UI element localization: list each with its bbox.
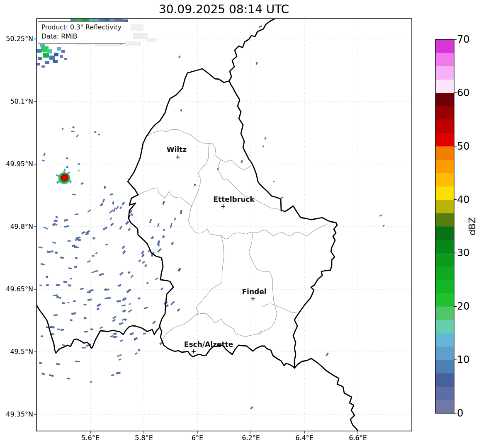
clutter-echo (98, 134, 100, 135)
colorbar-cell (435, 253, 454, 266)
clutter-echo (90, 381, 92, 383)
clutter-echo (43, 153, 46, 156)
clutter-echo (174, 217, 177, 220)
clutter-echo (162, 235, 165, 238)
clutter-echo (68, 284, 71, 286)
clutter-echo (100, 203, 103, 206)
colorbar-cell (435, 80, 454, 93)
clutter-echo (117, 354, 122, 357)
canton-border (249, 232, 272, 286)
colorbar-cell (435, 320, 454, 334)
colorbar-cell (435, 93, 454, 107)
clutter-echo (71, 312, 76, 315)
clutter-echo (194, 184, 196, 186)
colorbar-tick-label: 70 (457, 34, 470, 45)
clutter-echo (152, 321, 156, 324)
clutter-echo (61, 329, 64, 331)
clutter-echo (107, 297, 111, 299)
clutter-echo (119, 206, 122, 209)
clutter-echo (177, 268, 181, 272)
colorbar-cell (435, 66, 454, 80)
echo-cell (61, 50, 65, 53)
colorbar-cell (435, 146, 454, 160)
colorbar-cell (435, 160, 454, 173)
clutter-echo (78, 163, 80, 165)
x-tick-label: 6°E (192, 434, 203, 442)
clutter-echo (60, 257, 64, 259)
city-marker-cross (176, 155, 180, 159)
echo-cell (53, 60, 58, 63)
echo-cell (41, 65, 45, 68)
city-label: Findel (242, 288, 266, 296)
colorbar-tick-label: 40 (457, 194, 470, 206)
echo-cell (133, 33, 148, 39)
clutter-echo (70, 278, 73, 280)
colorbar-cell (435, 173, 454, 186)
clutter-echo (170, 223, 173, 228)
clutter-echo (104, 186, 106, 189)
clutter-echo (102, 199, 105, 202)
clutter-echo (170, 301, 175, 305)
clutter-echo (72, 194, 76, 195)
clutter-echo (94, 270, 98, 272)
clutter-echo (56, 296, 61, 299)
clutter-echo (138, 349, 141, 351)
clutter-echo (88, 298, 92, 301)
echo-cell (57, 47, 61, 51)
clutter-echo (128, 271, 131, 274)
echo-cell (47, 49, 52, 53)
clutter-echo (92, 254, 95, 257)
clutter-echo (120, 339, 123, 342)
clutter-echo (67, 240, 71, 242)
clutter-echo (78, 170, 80, 172)
echo-cell (75, 17, 82, 21)
clutter-echo (171, 242, 174, 245)
colorbar-cell (435, 226, 454, 240)
y-tick-label: 49.5°N (0, 348, 33, 356)
clutter-echo (116, 371, 121, 374)
clutter-echo (109, 209, 114, 213)
colorbar-cell (435, 346, 454, 360)
clutter-echo (109, 217, 112, 220)
echo-cell (38, 57, 42, 60)
clutter-echo (78, 239, 81, 241)
y-tick-label: 50.1°N (0, 97, 33, 106)
clutter-echo (52, 242, 56, 244)
echo-cell (70, 18, 75, 21)
echo-cell (89, 17, 94, 21)
colorbar-tick-label: 10 (457, 354, 470, 366)
clutter-echo (55, 216, 58, 219)
clutter-echo (67, 378, 70, 379)
data-source-line: Data: RMIB (41, 32, 122, 41)
clutter-echo (178, 56, 180, 58)
clutter-echo (76, 134, 79, 138)
clutter-echo (80, 288, 84, 291)
clutter-echo (135, 352, 138, 355)
clutter-echo (125, 221, 129, 225)
clutter-echo (74, 266, 77, 268)
canton-border (163, 235, 224, 345)
clutter-echo (57, 329, 60, 330)
clutter-echo (39, 284, 42, 286)
clutter-echo (119, 271, 124, 276)
x-tick-label: 6.6°E (349, 434, 367, 442)
clutter-echo (105, 244, 108, 246)
clutter-echo (149, 219, 152, 223)
clutter-echo (47, 250, 51, 253)
clutter-echo (90, 329, 93, 330)
clutter-echo (81, 231, 85, 235)
echo-cell (36, 49, 41, 53)
clutter-echo (68, 302, 70, 303)
clutter-echo (151, 236, 154, 240)
clutter-echo (112, 201, 114, 205)
colorbar-tick-label: 30 (457, 247, 470, 259)
radar-figure: 30.09.2025 08:14 UTC Product: 0.3° Refle… (0, 0, 491, 448)
clutter-echo (64, 225, 69, 228)
clutter-echo (122, 201, 125, 205)
clutter-echo (119, 358, 122, 360)
clutter-echo (130, 274, 134, 278)
echo-cell (94, 18, 99, 21)
grid-lines (36, 19, 412, 431)
colorbar-cell (435, 213, 454, 227)
colorbar-cell (435, 360, 454, 373)
